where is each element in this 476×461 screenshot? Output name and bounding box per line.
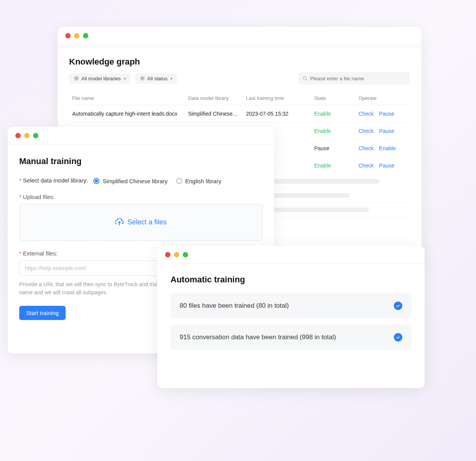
cell-state: Enable (311, 105, 355, 123)
at-titlebar (157, 246, 425, 264)
check-link[interactable]: Check (359, 145, 374, 151)
close-icon[interactable] (165, 252, 170, 257)
training-status-item[interactable]: 80 files have been trained (80 in total) (170, 293, 412, 318)
table-row: Automatically capture high-intent leads.… (69, 105, 410, 123)
toggle-link[interactable]: Pause (379, 128, 395, 134)
upload-action-text: Select a files (127, 218, 167, 226)
radio-label: English library (185, 178, 221, 184)
at-content: Automatic training 80 files have been tr… (157, 264, 425, 367)
minimize-icon[interactable] (174, 252, 179, 257)
radio-simplified-chinese[interactable]: Simplified Chinese library (93, 178, 167, 184)
status-text: 80 files have been trained (80 in total) (180, 302, 289, 310)
filter-label: All status (147, 76, 168, 81)
upload-label: Upload files: (23, 194, 55, 200)
mt-titlebar (8, 127, 274, 144)
close-icon[interactable] (65, 33, 71, 38)
maximize-icon[interactable] (33, 133, 38, 138)
automatic-training-window: Automatic training 80 files have been tr… (157, 246, 425, 388)
search-icon (302, 76, 308, 81)
check-circle-icon (394, 333, 402, 342)
svg-point-2 (303, 76, 306, 80)
chevron-down-icon: ▾ (124, 76, 126, 81)
model-library-filter[interactable]: All model libraries ▾ (69, 73, 131, 84)
maximize-icon[interactable] (183, 252, 188, 257)
cell-operate: CheckPause (355, 105, 410, 123)
toggle-link[interactable]: Enable (379, 145, 396, 151)
check-link[interactable]: Check (359, 111, 374, 117)
cell-operate: CheckPause (355, 157, 410, 174)
chevron-down-icon: ▾ (170, 76, 172, 81)
status-filter[interactable]: All status ▾ (135, 73, 177, 84)
upload-dropzone[interactable]: Select a files (19, 204, 263, 241)
col-operate: Operate (355, 91, 410, 105)
svg-point-1 (142, 78, 143, 79)
cell-operate: CheckEnable (355, 140, 410, 157)
radio-english[interactable]: English library (176, 178, 221, 184)
cell-file: Automatically capture high-intent leads.… (69, 105, 185, 123)
training-status-item[interactable]: 915 conversation data have been trained … (170, 325, 412, 350)
kg-controls: All model libraries ▾ All status ▾ (69, 72, 410, 85)
page-title: Knowledge graph (69, 57, 410, 67)
toggle-link[interactable]: Pause (379, 163, 395, 169)
minimize-icon[interactable] (24, 133, 30, 138)
cell-state: Pause (311, 140, 355, 157)
col-file: File name (69, 91, 185, 105)
cell-state: Enable (311, 157, 355, 174)
status-icon (140, 76, 145, 81)
panel-title: Manual training (19, 156, 263, 166)
radio-icon (93, 178, 99, 184)
minimize-icon[interactable] (74, 33, 79, 38)
col-lib: Data model library (185, 91, 243, 105)
cell-time: 2023-07-05 15:32 (243, 105, 311, 123)
radio-label: Simplified Chinese library (102, 178, 167, 184)
search-input-wrapper[interactable] (299, 72, 410, 85)
toggle-link[interactable]: Pause (379, 111, 395, 117)
filter-label: All model libraries (81, 76, 121, 81)
model-select-row: *Select data model library: Simplified C… (19, 177, 263, 184)
external-label: External files: (23, 250, 58, 257)
cell-state: Enable (311, 123, 355, 140)
status-text: 915 conversation data have been trained … (180, 333, 336, 341)
check-circle-icon (394, 302, 402, 310)
col-state: State (311, 91, 355, 105)
close-icon[interactable] (15, 133, 21, 138)
search-input[interactable] (310, 76, 406, 81)
col-time: Last training time (243, 91, 311, 105)
check-link[interactable]: Check (359, 163, 374, 169)
cell-operate: CheckPause (355, 123, 410, 140)
start-training-button[interactable]: Start training (19, 306, 66, 320)
panel-title: Automatic training (170, 275, 412, 285)
kg-titlebar (58, 27, 421, 45)
svg-line-3 (306, 80, 307, 81)
select-label: Select data model library: (23, 177, 88, 184)
upload-icon (115, 218, 124, 227)
radio-icon (176, 178, 182, 184)
cube-icon (74, 76, 79, 81)
cell-lib: Simplified Chinese... (185, 105, 243, 123)
upload-label-row: *Upload files: (19, 194, 263, 200)
maximize-icon[interactable] (83, 33, 88, 38)
check-link[interactable]: Check (359, 128, 374, 134)
